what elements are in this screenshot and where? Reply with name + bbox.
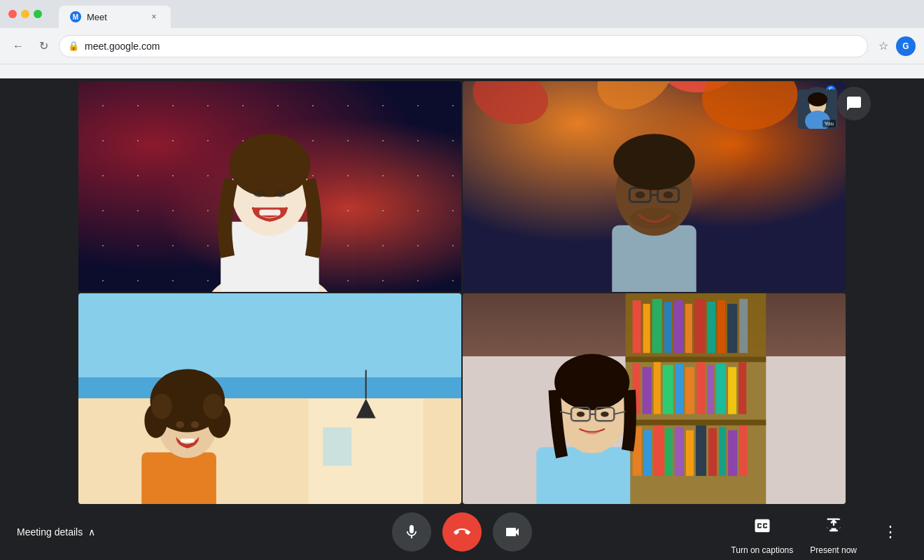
- tab-bar: M Meet ×: [59, 0, 171, 28]
- controls-right: Turn on captions Present now ⋮: [731, 509, 907, 555]
- end-call-button[interactable]: [442, 512, 482, 552]
- svg-rect-32: [141, 452, 216, 504]
- tab-title: Meet: [87, 12, 107, 22]
- maximize-window-button[interactable]: [34, 10, 42, 18]
- toolbar-actions: ☆ G: [874, 36, 916, 56]
- controls-left: Meeting details ∧: [17, 526, 95, 538]
- more-options-button[interactable]: ⋮: [874, 515, 907, 549]
- refresh-button[interactable]: ↻: [34, 36, 53, 56]
- captions-label: Turn on captions: [731, 545, 793, 555]
- svg-point-24: [629, 208, 678, 229]
- svg-point-82: [554, 354, 629, 410]
- lock-icon: 🔒: [68, 41, 79, 51]
- svg-point-38: [151, 393, 172, 419]
- browser-toolbar: ← ↻ 🔒 meet.google.com ☆ G: [0, 28, 924, 64]
- meet-topbar: 5 You: [795, 78, 924, 129]
- back-button[interactable]: ←: [8, 36, 28, 56]
- svg-point-88: [577, 412, 584, 417]
- svg-point-89: [601, 412, 608, 417]
- chat-icon: [846, 95, 862, 112]
- meet-container: 5 You Meeting details ∧: [0, 78, 924, 560]
- svg-rect-67: [738, 362, 746, 414]
- self-view-label: You: [822, 120, 836, 127]
- traffic-lights: [8, 10, 42, 18]
- svg-point-41: [191, 421, 199, 428]
- video-tile-1: [78, 81, 461, 292]
- camera-button[interactable]: [493, 512, 532, 552]
- chat-button[interactable]: [837, 87, 871, 120]
- svg-point-40: [176, 421, 183, 428]
- google-account-button[interactable]: G: [896, 36, 916, 56]
- svg-point-21: [635, 192, 645, 199]
- meet-tab[interactable]: M Meet ×: [59, 6, 171, 28]
- tab-favicon: M: [70, 11, 81, 22]
- mic-icon: [403, 524, 420, 540]
- meeting-details-label[interactable]: Meeting details: [17, 526, 83, 538]
- svg-point-39: [203, 393, 224, 419]
- svg-rect-79: [536, 447, 630, 504]
- browser-chrome: M Meet × ← ↻ 🔒 meet.google.com ☆ G: [0, 0, 924, 78]
- meet-controls: Meeting details ∧: [0, 504, 924, 560]
- minimize-window-button[interactable]: [21, 10, 29, 18]
- svg-rect-7: [259, 210, 280, 216]
- present-now-icon: [824, 516, 844, 536]
- captions-icon: [746, 509, 779, 542]
- svg-rect-56: [739, 299, 748, 353]
- video-tile-2: [463, 81, 846, 292]
- svg-point-22: [664, 192, 673, 199]
- video-tile-3: [78, 293, 461, 504]
- svg-point-93: [808, 92, 827, 106]
- svg-rect-78: [739, 426, 747, 476]
- video-tile-4: [463, 293, 846, 504]
- browser-titlebar: M Meet ×: [0, 0, 924, 28]
- bookmark-button[interactable]: ☆: [874, 36, 893, 56]
- svg-point-5: [253, 190, 265, 197]
- controls-center: [392, 512, 532, 552]
- chevron-up-icon[interactable]: ∧: [88, 526, 95, 538]
- svg-point-6: [275, 190, 286, 197]
- captions-button[interactable]: Turn on captions: [731, 509, 793, 555]
- present-icon: [817, 509, 850, 542]
- svg-point-23: [613, 134, 694, 190]
- camera-icon: [504, 524, 521, 540]
- video-grid: [0, 78, 924, 504]
- svg-rect-42: [181, 438, 195, 442]
- cc-icon: [752, 516, 772, 536]
- tab-close-button[interactable]: ×: [148, 11, 160, 22]
- present-now-label: Present now: [810, 545, 857, 555]
- self-view: You: [798, 90, 837, 129]
- address-bar[interactable]: 🔒 meet.google.com: [59, 35, 868, 57]
- svg-point-4: [229, 134, 310, 197]
- end-call-icon: [454, 524, 470, 540]
- present-now-button[interactable]: Present now: [810, 509, 857, 555]
- mic-button[interactable]: [392, 512, 431, 552]
- url-text: meet.google.com: [85, 41, 160, 52]
- close-window-button[interactable]: [8, 10, 17, 18]
